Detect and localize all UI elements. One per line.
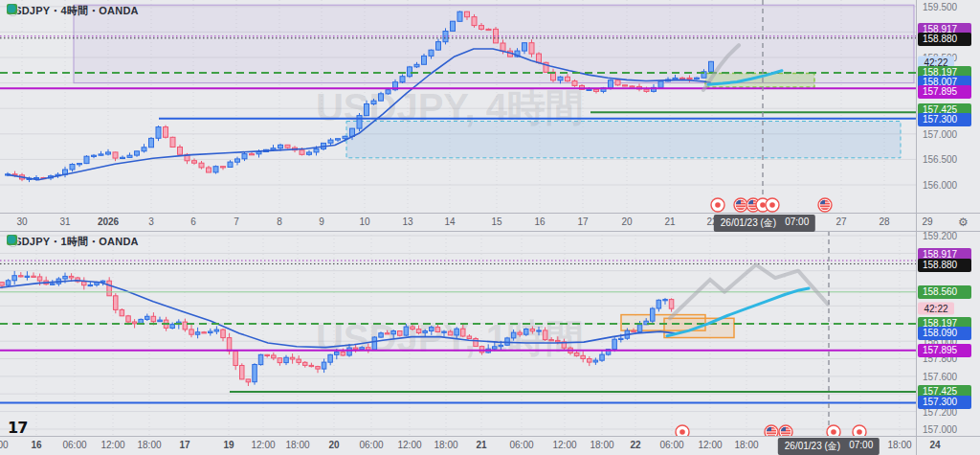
japan-event-flag-icon bbox=[827, 425, 840, 436]
price-scale-column[interactable]: 159.500158.500157.000156.500156.000158.9… bbox=[916, 0, 980, 455]
indicator-dot-icon[interactable] bbox=[7, 4, 16, 13]
time-axis-label: 3 bbox=[148, 216, 154, 227]
time-axis-label: 27 bbox=[835, 216, 846, 227]
tooltip-time: 07:00 bbox=[785, 216, 809, 230]
time-axis-label: 12:00 bbox=[698, 440, 722, 450]
price-scale-label: 157.000 bbox=[923, 424, 957, 435]
symbol-legend-4h[interactable]: USDJPY・4時間・OANDA bbox=[7, 4, 139, 18]
price-level-badge: 158.880 bbox=[918, 33, 971, 46]
time-axis-label: 14 bbox=[444, 216, 455, 227]
time-axis-label: 21 bbox=[476, 440, 486, 450]
indicator-dot-icon[interactable] bbox=[7, 235, 16, 244]
price-level-badge: 157.895 bbox=[918, 344, 971, 357]
tradingview-logo[interactable]: 17 bbox=[8, 419, 27, 437]
time-axis-label: 06:00 bbox=[659, 440, 683, 450]
price-scale-label: 156.500 bbox=[923, 154, 957, 165]
time-axis-label: 17 bbox=[179, 440, 189, 450]
time-axis-label: 12:00 bbox=[251, 440, 275, 450]
time-axis-label: 18:00 bbox=[137, 440, 161, 450]
price-scale-label: 159.500 bbox=[923, 2, 957, 12]
japan-event-flag-icon bbox=[766, 198, 779, 212]
time-axis-label: 06:00 bbox=[62, 440, 86, 450]
tooltip-date: 26/01/23 (金) bbox=[721, 216, 776, 230]
price-chart-1h-svg: USDJPY, 1時間 bbox=[0, 231, 916, 436]
time-axis-label: 12:00 bbox=[397, 440, 421, 450]
bar-countdown-badge: 42:22 bbox=[918, 303, 954, 315]
tooltip-time: 07:00 bbox=[849, 440, 873, 453]
time-axis-label: 9 bbox=[319, 216, 324, 227]
time-axis-label: 8 bbox=[277, 216, 282, 227]
time-axis-label: 18:00 bbox=[887, 440, 911, 450]
time-axis-label: 12:00 bbox=[100, 440, 124, 450]
price-level-badge: 158.090 bbox=[918, 327, 971, 340]
time-axis-label: 06:00 bbox=[359, 440, 383, 450]
price-level-badge: 157.300 bbox=[918, 113, 971, 126]
chart-pane-4h[interactable]: USDJPY, 4時間 USDJPY・4時間・OANDA bbox=[0, 0, 916, 213]
chart-pane-1h[interactable]: USDJPY, 1時間 USDJPY・1時間・OANDA bbox=[0, 231, 916, 436]
us-event-flag-icon bbox=[779, 425, 792, 436]
symbol-legend-1h[interactable]: USDJPY・1時間・OANDA bbox=[7, 235, 139, 249]
crosshair-date-tooltip-4h: 26/01/23 (金) 07:00 bbox=[714, 215, 815, 232]
time-axis-label: 20 bbox=[328, 440, 339, 450]
time-axis-label: 18:00 bbox=[434, 440, 457, 450]
price-scale-label: 159.200 bbox=[923, 231, 957, 241]
time-axis-label: 16 bbox=[534, 216, 545, 227]
time-axis-label: 2026 bbox=[98, 216, 119, 227]
price-chart-4h-svg: USDJPY, 4時間 bbox=[0, 0, 916, 213]
time-axis-label: 31 bbox=[59, 216, 70, 227]
chart-title-1h: USDJPY・1時間・OANDA bbox=[7, 235, 139, 249]
tooltip-date: 26/01/23 (金) bbox=[785, 440, 840, 453]
time-axis-label: 10 bbox=[359, 216, 369, 227]
time-axis-label: 00 bbox=[0, 440, 9, 450]
time-axis-label: 17 bbox=[577, 216, 588, 227]
japan-event-flag-icon bbox=[676, 425, 689, 436]
japan-event-flag-icon bbox=[711, 198, 724, 212]
time-axis-label: 12:00 bbox=[552, 440, 576, 450]
time-axis-label: 19 bbox=[223, 440, 234, 450]
trading-chart-window: USDJPY, 4時間 USDJPY・4時間・OANDA bbox=[0, 0, 980, 455]
price-level-badge: 157.300 bbox=[918, 396, 971, 409]
price-scale-label: 157.600 bbox=[923, 372, 957, 382]
price-level-badge: 158.880 bbox=[918, 259, 971, 272]
time-axis-label: 15 bbox=[491, 216, 501, 227]
time-axis-label: 13 bbox=[402, 216, 412, 227]
time-axis-label: 06:00 bbox=[509, 440, 533, 450]
price-scale-label: 156.000 bbox=[923, 180, 957, 191]
time-axis-label: 28 bbox=[879, 216, 889, 227]
chart-title-4h: USDJPY・4時間・OANDA bbox=[7, 4, 139, 18]
time-axis-1h[interactable]: 2418:0012:0006:002318:0012:0006:002218:0… bbox=[0, 436, 980, 455]
time-axis-4h[interactable]: 2928272623222120171615141310987632026313… bbox=[0, 213, 980, 232]
us-event-flag-icon bbox=[734, 198, 747, 212]
time-axis-label: 30 bbox=[16, 216, 27, 227]
us-event-flag-icon bbox=[765, 425, 778, 436]
time-axis-label: 18:00 bbox=[734, 440, 758, 450]
time-axis-label: 7 bbox=[234, 216, 239, 227]
time-axis-label: 18:00 bbox=[590, 440, 613, 450]
time-axis-label: 16 bbox=[31, 440, 41, 450]
us-event-flag-icon bbox=[818, 198, 832, 212]
time-axis-label: 20 bbox=[621, 216, 632, 227]
time-axis-label: 6 bbox=[190, 216, 196, 227]
japan-event-flag-icon bbox=[853, 425, 866, 436]
time-axis-label: 18:00 bbox=[285, 440, 309, 450]
time-axis-label: 21 bbox=[664, 216, 675, 227]
price-level-badge: 158.560 bbox=[918, 285, 971, 299]
crosshair-date-tooltip-1h: 26/01/23 (金) 07:00 bbox=[778, 438, 880, 455]
time-axis-label: 22 bbox=[630, 440, 640, 450]
price-scale-label: 157.000 bbox=[923, 129, 957, 140]
price-level-badge: 157.895 bbox=[918, 85, 971, 99]
